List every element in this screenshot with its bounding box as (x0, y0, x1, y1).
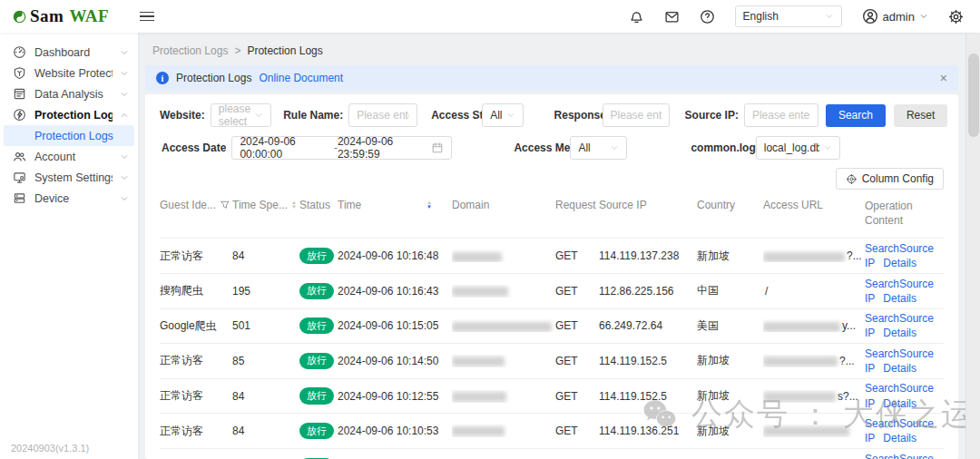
cell-time: 2024-09-06 10:16:48 (338, 249, 452, 262)
cell-country: 中国 (697, 283, 763, 298)
yinyang-logo-icon (13, 10, 26, 24)
app-logo[interactable]: Sam WAF (0, 6, 127, 26)
cell-access-url: / (763, 285, 865, 298)
chevron-down-icon (825, 12, 834, 21)
cell-source-ip: 114.119.152.5 (599, 390, 697, 403)
cell-status: 放行 (299, 283, 338, 299)
col-source-ip: Source IP (599, 199, 647, 211)
cell-guest-identity: 正常访客 (160, 249, 232, 264)
cell-operation: SearchSource IPDetails (865, 452, 944, 459)
column-config-button[interactable]: Column Config (836, 168, 944, 190)
sidebar-item-data-analysis[interactable]: Data Analysis (0, 83, 138, 104)
cell-request: GET (555, 319, 599, 332)
chevron-down-icon (919, 12, 928, 21)
chevron-up-icon (120, 111, 129, 120)
status-badge: 放行 (299, 387, 334, 404)
sidebar-toggle-button[interactable] (140, 12, 154, 22)
details-link[interactable]: Details (883, 362, 916, 375)
table-row: Google爬虫 501 放行 2024-09-06 10:15:05 GET … (160, 308, 944, 344)
sidebar: Dashboard Website Protection Data Analys… (0, 33, 138, 459)
table-row: 搜狗爬虫 195 放行 2024-09-06 10:16:43 GET 112.… (160, 273, 944, 308)
sidebar-subitem-protection-logs[interactable]: Protection Logs (4, 125, 134, 146)
cell-time: 2024-09-06 10:15:05 (338, 319, 452, 332)
redacted-block (452, 322, 552, 332)
cell-operation: SearchSource IPDetails (865, 311, 944, 340)
logs-icon (13, 108, 27, 122)
col-access-url: Access URL (763, 199, 823, 211)
top-header: Sam WAF English admin (0, 0, 980, 33)
messages-mail-icon[interactable] (664, 9, 680, 24)
cell-source-ip: 114.119.137.238 (599, 249, 697, 262)
cell-time: 2024-09-06 10:14:50 (338, 355, 452, 367)
language-value: English (743, 10, 779, 23)
cell-source-ip: 114.119.152.5 (599, 355, 697, 367)
cell-status: 放行 (299, 423, 338, 439)
sort-icon[interactable]: ▲▼ (291, 200, 297, 210)
scrollbar-thumb[interactable] (968, 54, 979, 137)
breadcrumb-separator: > (234, 44, 240, 57)
table-header: Guest Ide... Time Spe... ▲▼ Status Time … (160, 199, 944, 238)
main-content: Protection Logs > Protection Logs i Prot… (138, 33, 980, 459)
details-link[interactable]: Details (883, 432, 916, 444)
redacted-block (763, 392, 836, 402)
breadcrumb-parent[interactable]: Protection Logs (152, 44, 228, 57)
language-select[interactable]: English (735, 5, 842, 27)
log-db-select[interactable]: local_log.db(5... (756, 136, 840, 160)
access-date-range-input[interactable]: 2024-09-06 00:00:00 - 2024-09-06 23:59:5… (231, 136, 452, 160)
cell-status: 放行 (299, 317, 338, 334)
calendar-icon (431, 142, 444, 154)
notifications-bell-icon[interactable] (629, 9, 644, 24)
reset-button[interactable]: Reset (894, 104, 947, 127)
access-status-select[interactable]: All (482, 103, 523, 127)
settings-gear-icon[interactable] (948, 9, 964, 24)
details-link[interactable]: Details (883, 397, 916, 410)
access-method-select[interactable]: All (570, 136, 627, 160)
rule-name-input[interactable] (348, 103, 417, 127)
cell-source-ip: 66.249.72.64 (599, 319, 697, 332)
filter-funnel-icon[interactable] (220, 200, 230, 210)
chevron-down-icon (120, 48, 129, 57)
cell-request: GET (555, 285, 599, 298)
version-label: 20240903(v1.3.1) (11, 443, 89, 454)
chevron-down-icon (823, 143, 832, 152)
status-badge: 放行 (299, 353, 334, 369)
redacted-block (452, 426, 505, 436)
details-link[interactable]: Details (883, 292, 916, 305)
website-select[interactable]: please select (211, 103, 271, 127)
help-icon[interactable] (700, 9, 715, 24)
redacted-block (763, 426, 849, 436)
cell-time: 2024-09-06 10:12:55 (338, 390, 452, 403)
sort-icon-active[interactable]: ▲▼ (426, 200, 432, 210)
banner-title: Protection Logs (176, 72, 251, 84)
cell-time-spent: 84 (232, 390, 299, 403)
sidebar-item-account[interactable]: Account (0, 146, 138, 167)
cell-time: 2024-09-06 10:10:53 (338, 425, 452, 437)
username-label: admin (883, 10, 915, 24)
col-country: Country (697, 199, 735, 211)
details-link[interactable]: Details (883, 327, 916, 339)
chevron-down-icon (120, 69, 129, 78)
sidebar-item-dashboard[interactable]: Dashboard (0, 42, 138, 63)
online-document-link[interactable]: Online Document (259, 72, 343, 84)
vertical-scrollbar[interactable] (965, 34, 980, 459)
col-request: Request (555, 199, 596, 211)
info-banner: i Protection Logs Online Document × (145, 65, 958, 91)
sidebar-item-device[interactable]: Device (0, 188, 138, 209)
banner-close-icon[interactable]: × (940, 72, 947, 84)
col-time-spent: Time Spe... (232, 199, 288, 211)
sidebar-item-website-protection[interactable]: Website Protection (0, 63, 138, 83)
table-row: 正常访客 84 放行 2024-09-06 10:10:53 GET 114.1… (160, 413, 944, 448)
source-ip-input[interactable] (744, 103, 818, 127)
sidebar-item-protection-logs[interactable]: Protection Logs (0, 104, 138, 125)
user-menu[interactable]: admin (862, 8, 928, 24)
search-source-ip-link[interactable]: SearchSource IP (865, 453, 934, 459)
filter-row-2: Access Date 2024-09-06 00:00:00 - 2024-0… (160, 136, 944, 160)
cell-request: GET (555, 249, 599, 262)
sidebar-item-system-settings[interactable]: System Settings (0, 167, 138, 188)
logo-text-waf: WAF (69, 6, 109, 26)
cell-operation: SearchSource IPDetails (865, 277, 944, 306)
details-link[interactable]: Details (883, 257, 916, 269)
response-code-input[interactable] (603, 103, 670, 127)
search-button[interactable]: Search (826, 104, 886, 127)
col-time: Time (338, 199, 361, 211)
